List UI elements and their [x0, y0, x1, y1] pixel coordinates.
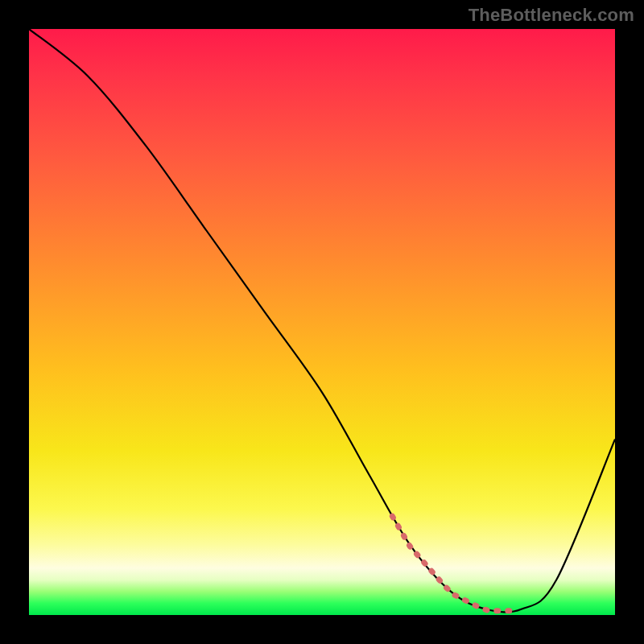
- bottleneck-curve-line: [29, 29, 615, 612]
- attribution-label: TheBottleneck.com: [469, 5, 634, 26]
- plot-area: [29, 29, 615, 615]
- chart-frame: TheBottleneck.com: [0, 0, 644, 644]
- bottleneck-curve-svg: [29, 29, 615, 615]
- highlight-dots: [392, 516, 515, 611]
